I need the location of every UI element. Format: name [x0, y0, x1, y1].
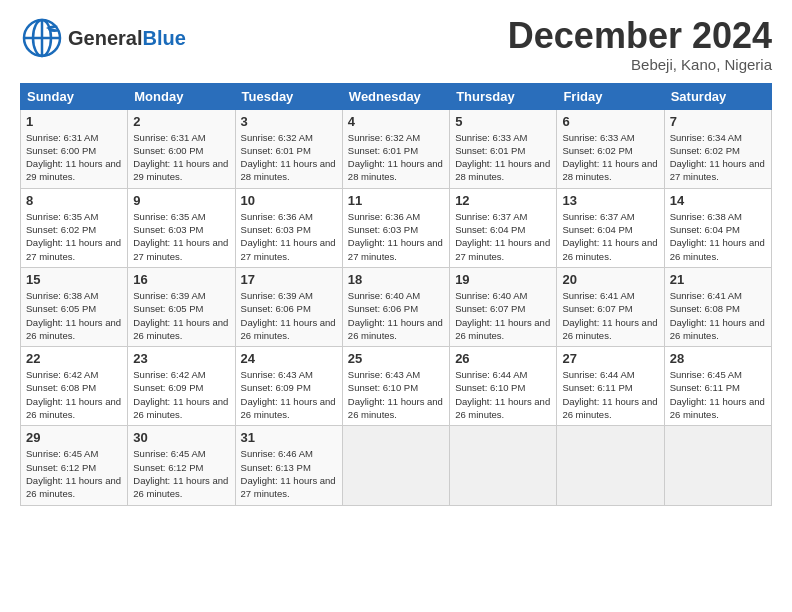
- calendar-cell: 5Sunrise: 6:33 AMSunset: 6:01 PMDaylight…: [450, 109, 557, 188]
- day-number: 30: [133, 430, 229, 445]
- day-number: 7: [670, 114, 766, 129]
- day-number: 16: [133, 272, 229, 287]
- day-info: Sunrise: 6:46 AMSunset: 6:13 PMDaylight:…: [241, 447, 337, 500]
- day-info: Sunrise: 6:37 AMSunset: 6:04 PMDaylight:…: [562, 210, 658, 263]
- calendar-cell: 23Sunrise: 6:42 AMSunset: 6:09 PMDayligh…: [128, 347, 235, 426]
- day-info: Sunrise: 6:35 AMSunset: 6:02 PMDaylight:…: [26, 210, 122, 263]
- day-info: Sunrise: 6:36 AMSunset: 6:03 PMDaylight:…: [241, 210, 337, 263]
- day-info: Sunrise: 6:34 AMSunset: 6:02 PMDaylight:…: [670, 131, 766, 184]
- location: Bebeji, Kano, Nigeria: [508, 56, 772, 73]
- calendar-cell: 14Sunrise: 6:38 AMSunset: 6:04 PMDayligh…: [664, 188, 771, 267]
- day-info: Sunrise: 6:33 AMSunset: 6:01 PMDaylight:…: [455, 131, 551, 184]
- day-info: Sunrise: 6:38 AMSunset: 6:05 PMDaylight:…: [26, 289, 122, 342]
- day-number: 3: [241, 114, 337, 129]
- calendar-cell: 27Sunrise: 6:44 AMSunset: 6:11 PMDayligh…: [557, 347, 664, 426]
- calendar-cell: 2Sunrise: 6:31 AMSunset: 6:00 PMDaylight…: [128, 109, 235, 188]
- day-number: 25: [348, 351, 444, 366]
- header: GeneralBlue December 2024 Bebeji, Kano, …: [20, 16, 772, 73]
- calendar-cell: 16Sunrise: 6:39 AMSunset: 6:05 PMDayligh…: [128, 267, 235, 346]
- calendar-cell: 24Sunrise: 6:43 AMSunset: 6:09 PMDayligh…: [235, 347, 342, 426]
- day-number: 12: [455, 193, 551, 208]
- calendar-cell: 10Sunrise: 6:36 AMSunset: 6:03 PMDayligh…: [235, 188, 342, 267]
- day-info: Sunrise: 6:43 AMSunset: 6:10 PMDaylight:…: [348, 368, 444, 421]
- day-info: Sunrise: 6:32 AMSunset: 6:01 PMDaylight:…: [348, 131, 444, 184]
- day-number: 23: [133, 351, 229, 366]
- day-number: 27: [562, 351, 658, 366]
- calendar-cell: 6Sunrise: 6:33 AMSunset: 6:02 PMDaylight…: [557, 109, 664, 188]
- day-number: 21: [670, 272, 766, 287]
- weekday-header-wednesday: Wednesday: [342, 83, 449, 109]
- day-number: 15: [26, 272, 122, 287]
- logo-text: GeneralBlue: [68, 27, 186, 50]
- day-number: 29: [26, 430, 122, 445]
- calendar-cell: 28Sunrise: 6:45 AMSunset: 6:11 PMDayligh…: [664, 347, 771, 426]
- day-number: 20: [562, 272, 658, 287]
- day-number: 13: [562, 193, 658, 208]
- day-info: Sunrise: 6:31 AMSunset: 6:00 PMDaylight:…: [26, 131, 122, 184]
- day-number: 10: [241, 193, 337, 208]
- calendar-cell: [664, 426, 771, 505]
- calendar-cell: 26Sunrise: 6:44 AMSunset: 6:10 PMDayligh…: [450, 347, 557, 426]
- day-number: 4: [348, 114, 444, 129]
- day-info: Sunrise: 6:42 AMSunset: 6:08 PMDaylight:…: [26, 368, 122, 421]
- weekday-header-tuesday: Tuesday: [235, 83, 342, 109]
- calendar-cell: 7Sunrise: 6:34 AMSunset: 6:02 PMDaylight…: [664, 109, 771, 188]
- day-number: 17: [241, 272, 337, 287]
- day-info: Sunrise: 6:38 AMSunset: 6:04 PMDaylight:…: [670, 210, 766, 263]
- calendar-cell: 25Sunrise: 6:43 AMSunset: 6:10 PMDayligh…: [342, 347, 449, 426]
- day-info: Sunrise: 6:43 AMSunset: 6:09 PMDaylight:…: [241, 368, 337, 421]
- day-number: 2: [133, 114, 229, 129]
- calendar-cell: 17Sunrise: 6:39 AMSunset: 6:06 PMDayligh…: [235, 267, 342, 346]
- logo-globe-icon: [20, 16, 64, 60]
- calendar-cell: 18Sunrise: 6:40 AMSunset: 6:06 PMDayligh…: [342, 267, 449, 346]
- day-number: 28: [670, 351, 766, 366]
- page: GeneralBlue December 2024 Bebeji, Kano, …: [0, 0, 792, 516]
- day-number: 9: [133, 193, 229, 208]
- calendar-cell: 30Sunrise: 6:45 AMSunset: 6:12 PMDayligh…: [128, 426, 235, 505]
- month-title: December 2024: [508, 16, 772, 56]
- day-info: Sunrise: 6:44 AMSunset: 6:11 PMDaylight:…: [562, 368, 658, 421]
- title-section: December 2024 Bebeji, Kano, Nigeria: [508, 16, 772, 73]
- day-info: Sunrise: 6:40 AMSunset: 6:06 PMDaylight:…: [348, 289, 444, 342]
- calendar-cell: 13Sunrise: 6:37 AMSunset: 6:04 PMDayligh…: [557, 188, 664, 267]
- calendar-cell: 29Sunrise: 6:45 AMSunset: 6:12 PMDayligh…: [21, 426, 128, 505]
- calendar-cell: [342, 426, 449, 505]
- calendar-cell: 31Sunrise: 6:46 AMSunset: 6:13 PMDayligh…: [235, 426, 342, 505]
- day-info: Sunrise: 6:45 AMSunset: 6:12 PMDaylight:…: [133, 447, 229, 500]
- calendar-cell: 21Sunrise: 6:41 AMSunset: 6:08 PMDayligh…: [664, 267, 771, 346]
- calendar-cell: 9Sunrise: 6:35 AMSunset: 6:03 PMDaylight…: [128, 188, 235, 267]
- calendar-cell: 8Sunrise: 6:35 AMSunset: 6:02 PMDaylight…: [21, 188, 128, 267]
- day-number: 22: [26, 351, 122, 366]
- day-info: Sunrise: 6:37 AMSunset: 6:04 PMDaylight:…: [455, 210, 551, 263]
- day-info: Sunrise: 6:41 AMSunset: 6:08 PMDaylight:…: [670, 289, 766, 342]
- day-info: Sunrise: 6:39 AMSunset: 6:06 PMDaylight:…: [241, 289, 337, 342]
- day-info: Sunrise: 6:33 AMSunset: 6:02 PMDaylight:…: [562, 131, 658, 184]
- logo: GeneralBlue: [20, 16, 186, 60]
- day-number: 8: [26, 193, 122, 208]
- weekday-header-sunday: Sunday: [21, 83, 128, 109]
- calendar-cell: 19Sunrise: 6:40 AMSunset: 6:07 PMDayligh…: [450, 267, 557, 346]
- calendar-cell: [557, 426, 664, 505]
- calendar-table: SundayMondayTuesdayWednesdayThursdayFrid…: [20, 83, 772, 506]
- day-info: Sunrise: 6:39 AMSunset: 6:05 PMDaylight:…: [133, 289, 229, 342]
- calendar-cell: [450, 426, 557, 505]
- day-info: Sunrise: 6:42 AMSunset: 6:09 PMDaylight:…: [133, 368, 229, 421]
- day-number: 1: [26, 114, 122, 129]
- day-info: Sunrise: 6:31 AMSunset: 6:00 PMDaylight:…: [133, 131, 229, 184]
- day-info: Sunrise: 6:41 AMSunset: 6:07 PMDaylight:…: [562, 289, 658, 342]
- calendar-cell: 4Sunrise: 6:32 AMSunset: 6:01 PMDaylight…: [342, 109, 449, 188]
- calendar-cell: 12Sunrise: 6:37 AMSunset: 6:04 PMDayligh…: [450, 188, 557, 267]
- calendar-cell: 3Sunrise: 6:32 AMSunset: 6:01 PMDaylight…: [235, 109, 342, 188]
- day-info: Sunrise: 6:45 AMSunset: 6:11 PMDaylight:…: [670, 368, 766, 421]
- weekday-header-friday: Friday: [557, 83, 664, 109]
- day-info: Sunrise: 6:36 AMSunset: 6:03 PMDaylight:…: [348, 210, 444, 263]
- day-info: Sunrise: 6:35 AMSunset: 6:03 PMDaylight:…: [133, 210, 229, 263]
- calendar-cell: 20Sunrise: 6:41 AMSunset: 6:07 PMDayligh…: [557, 267, 664, 346]
- day-number: 14: [670, 193, 766, 208]
- day-number: 5: [455, 114, 551, 129]
- weekday-header-monday: Monday: [128, 83, 235, 109]
- calendar-cell: 15Sunrise: 6:38 AMSunset: 6:05 PMDayligh…: [21, 267, 128, 346]
- day-number: 24: [241, 351, 337, 366]
- calendar-cell: 22Sunrise: 6:42 AMSunset: 6:08 PMDayligh…: [21, 347, 128, 426]
- day-number: 31: [241, 430, 337, 445]
